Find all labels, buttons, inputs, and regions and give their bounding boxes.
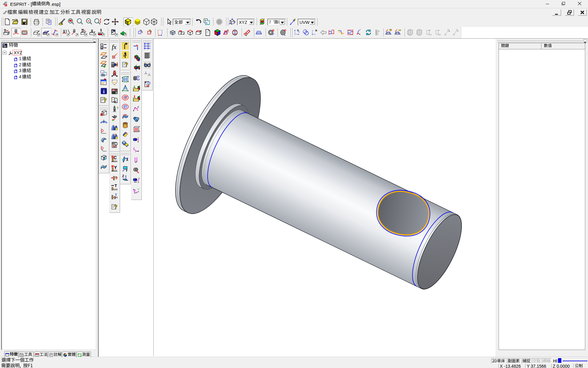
svg-text:PRO: PRO [112,89,116,91]
svg-text:T: T [115,194,117,197]
svg-text:i: i [103,89,105,94]
svg-text:U: U [138,188,139,190]
svg-text:?: ? [114,204,118,210]
svg-text:M: M [146,84,149,87]
svg-text:?: ? [125,62,128,68]
svg-text:Y: Y [126,169,128,172]
svg-text:Z: Z [122,174,124,178]
svg-text:Y: Y [114,165,117,170]
svg-text:U: U [138,177,140,179]
svg-text:C: C [114,155,117,160]
svg-text:PO: PO [113,81,116,83]
svg-text:T: T [115,184,117,188]
svg-text:fx: fx [112,43,117,51]
svg-text:?: ? [103,97,107,104]
svg-text:?: ? [117,106,118,110]
svg-text:E: E [5,4,7,6]
svg-text:X: X [126,158,128,162]
